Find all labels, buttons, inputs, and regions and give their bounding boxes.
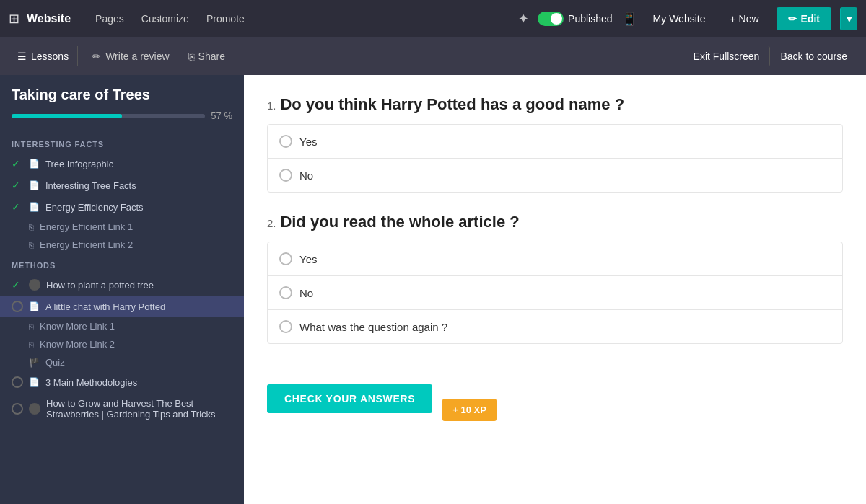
check-icon: ✓: [12, 158, 23, 169]
doc-icon: 📄: [29, 377, 40, 387]
doc-icon: 📄: [29, 202, 40, 212]
sub-item-quiz[interactable]: 🏴 Quiz: [0, 353, 244, 371]
question-1-number: 1.: [267, 100, 276, 112]
hamburger-icon: ☰: [17, 50, 27, 62]
xp-badge: + 10 XP: [442, 399, 497, 421]
filled-circle-icon: [29, 403, 40, 415]
link-icon: ⎘: [29, 340, 34, 349]
question-2-options: Yes No What was the question again ?: [267, 242, 843, 344]
lesson-item-little-chat[interactable]: 📄 A little chat with Harry Potted: [0, 296, 244, 317]
exit-fullscreen-button[interactable]: Exit Fullscreen: [683, 46, 771, 66]
question-1-options: Yes No: [267, 124, 843, 193]
edit-button[interactable]: ✏ Edit: [777, 7, 831, 30]
progress-bar-fill: [12, 114, 122, 118]
question-2-option-yes[interactable]: Yes: [267, 242, 843, 276]
pencil-icon: ✏: [788, 13, 797, 25]
lessons-button[interactable]: ☰ Lessons: [9, 46, 78, 66]
radio-yes[interactable]: [279, 252, 292, 265]
published-toggle-wrap: Published: [538, 12, 613, 26]
published-toggle[interactable]: [538, 12, 564, 26]
section-interesting-facts-label: INTERESTING FACTS: [0, 133, 244, 153]
filled-circle-icon: [29, 279, 40, 291]
question-1-block: 1. Do you think Harry Potted has a good …: [267, 95, 843, 193]
new-button[interactable]: + New: [721, 9, 767, 29]
published-label: Published: [568, 13, 613, 25]
check-answers-button[interactable]: CHECK YOUR ANSWERS: [267, 384, 432, 413]
sub-item-know-more-link-2[interactable]: ⎘ Know More Link 2: [0, 335, 244, 353]
question-1-header: 1. Do you think Harry Potted has a good …: [267, 95, 843, 114]
doc-icon: 📄: [29, 180, 40, 190]
sub-item-know-more-link-1[interactable]: ⎘ Know More Link 1: [0, 317, 244, 335]
lesson-item-energy-efficiency-facts[interactable]: ✓ 📄 Energy Efficiency Facts: [0, 196, 244, 218]
nav-links: Pages Customize Promote: [88, 9, 252, 29]
progress-bar-wrap: 57 %: [0, 110, 244, 133]
link-icon: ⎘: [29, 322, 34, 331]
share-icon: ⎘: [188, 50, 194, 62]
lesson-item-tree-infographic[interactable]: ✓ 📄 Tree Infographic: [0, 153, 244, 174]
quiz-actions: CHECK YOUR ANSWERS + 10 XP: [267, 364, 843, 421]
check-icon: ✓: [12, 201, 23, 213]
question-2-option-what[interactable]: What was the question again ?: [267, 309, 843, 344]
question-1-text: Do you think Harry Potted has a good nam…: [280, 95, 624, 113]
link-icon: ⎘: [29, 241, 34, 249]
lesson-item-how-to-plant[interactable]: ✓ How to plant a potted tree: [0, 274, 244, 296]
link-icon: ⎘: [29, 223, 34, 231]
sidebar: Taking care of Trees 57 % INTERESTING FA…: [0, 75, 244, 504]
section-methods-label: METHODS: [0, 254, 244, 274]
doc-icon: 📄: [29, 301, 40, 311]
radio-no[interactable]: [279, 286, 292, 299]
nav-customize[interactable]: Customize: [134, 9, 196, 29]
empty-circle-icon: [12, 376, 23, 388]
lesson-item-3-main-methodologies[interactable]: 📄 3 Main Methodologies: [0, 371, 244, 393]
bug-icon[interactable]: ✦: [518, 11, 529, 27]
progress-bar-background: [12, 114, 205, 118]
sub-item-energy-link-2[interactable]: ⎘ Energy Efficient Link 2: [0, 236, 244, 254]
check-icon: ✓: [12, 279, 23, 291]
doc-icon: 📄: [29, 159, 40, 169]
empty-circle-icon: [12, 403, 23, 415]
lesson-item-interesting-tree-facts[interactable]: ✓ 📄 Interesting Tree Facts: [0, 174, 244, 196]
lesson-actions: ✏ Write a review ⎘ Share: [78, 46, 240, 66]
question-2-text: Did you read the whole article ?: [280, 213, 519, 231]
question-2-number: 2.: [267, 217, 276, 229]
radio-what[interactable]: [279, 320, 292, 333]
question-2-option-no[interactable]: No: [267, 275, 843, 310]
mobile-icon[interactable]: 📱: [621, 11, 637, 27]
course-title: Taking care of Trees: [0, 87, 244, 110]
nav-right: ✦ Published 📱 My Website + New ✏ Edit ▾: [518, 7, 857, 30]
lesson-item-how-to-grow[interactable]: How to Grow and Harvest The Best Strawbe…: [0, 393, 244, 425]
back-to-course-button[interactable]: Back to course: [770, 46, 857, 66]
radio-yes[interactable]: [279, 135, 292, 148]
question-2-header: 2. Did you read the whole article ?: [267, 213, 843, 231]
quiz-icon: 🏴: [29, 358, 40, 368]
check-icon: ✓: [12, 180, 23, 191]
top-nav: ⊞ Website Pages Customize Promote ✦ Publ…: [0, 0, 866, 37]
grid-icon[interactable]: ⊞: [9, 11, 19, 27]
question-2-block: 2. Did you read the whole article ? Yes …: [267, 213, 843, 344]
nav-promote[interactable]: Promote: [199, 9, 252, 29]
question-1-option-no[interactable]: No: [267, 158, 843, 193]
radio-no[interactable]: [279, 169, 292, 182]
my-website-button[interactable]: My Website: [646, 9, 713, 28]
main-layout: Taking care of Trees 57 % INTERESTING FA…: [0, 75, 866, 504]
edit-caret-button[interactable]: ▾: [840, 7, 857, 30]
sub-item-energy-link-1[interactable]: ⎘ Energy Efficient Link 1: [0, 218, 244, 236]
share-button[interactable]: ⎘ Share: [180, 46, 234, 66]
lesson-bar: ☰ Lessons ✏ Write a review ⎘ Share Exit …: [0, 37, 866, 75]
empty-circle-icon: [12, 301, 23, 312]
write-review-button[interactable]: ✏ Write a review: [84, 46, 178, 66]
question-1-option-yes[interactable]: Yes: [267, 124, 843, 159]
nav-pages[interactable]: Pages: [88, 9, 131, 29]
pencil-icon: ✏: [92, 50, 101, 62]
brand-label: Website: [27, 12, 71, 25]
progress-percentage: 57 %: [211, 110, 232, 121]
content-area: 1. Do you think Harry Potted has a good …: [244, 75, 866, 504]
